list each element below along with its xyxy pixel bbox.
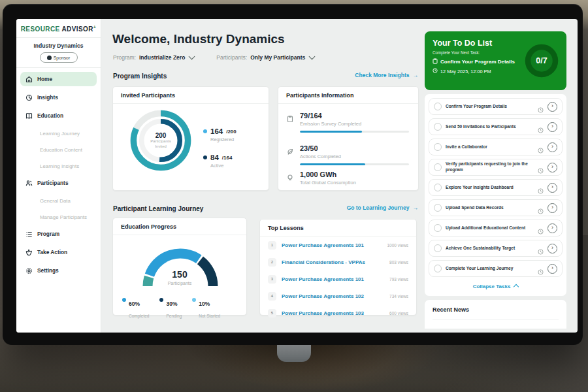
invited-participants-card: Invited Participants 200 Participants In…: [112, 86, 269, 191]
info-icon: [538, 246, 544, 252]
progress-track: [300, 163, 409, 165]
sidebar-item-learning-insights[interactable]: Learning Insights: [20, 160, 97, 172]
sidebar-item-take-action[interactable]: Take Action: [20, 245, 97, 259]
chevron-right-icon[interactable]: ›: [547, 264, 557, 274]
dashboard-screen: RESOURCE ADVISOR+ Industry Dynamics Spon…: [16, 19, 578, 333]
sidebar-item-settings[interactable]: Settings: [20, 263, 97, 278]
chevron-right-icon[interactable]: ›: [547, 122, 557, 132]
checkbox[interactable]: [434, 265, 442, 272]
gauge-center-label: 150 Participants: [113, 269, 246, 286]
checkbox[interactable]: [434, 224, 442, 232]
sidebar-item-program[interactable]: Program: [20, 227, 97, 241]
sidebar-item-general-data[interactable]: General Data: [20, 195, 97, 206]
sidebar-item-learning-journey[interactable]: Learning Journey: [20, 127, 97, 139]
logo-secondary: ADVISOR: [61, 25, 93, 33]
lesson-link[interactable]: Power Purchase Agreements 103: [282, 310, 384, 316]
todo-due-date: 12 May 2025, 12:00 PM: [440, 69, 491, 74]
chevron-up-icon: [514, 284, 519, 289]
checkbox[interactable]: [434, 244, 442, 252]
lesson-link[interactable]: Financial Considerations - VPPAs: [282, 259, 384, 265]
todo-item[interactable]: Upload Additional Educational Content ›: [429, 220, 563, 237]
progress-track: [300, 131, 409, 133]
todo-item-label: Upload Spend Data Records: [446, 205, 534, 211]
todo-item[interactable]: Complete Your Learning Journey ›: [429, 260, 563, 277]
checkbox[interactable]: [434, 123, 442, 131]
checkbox[interactable]: [434, 163, 442, 171]
rank-badge: 5: [268, 309, 276, 318]
sidebar-nav: Home Insights Education Learning Journey: [16, 72, 101, 278]
legend-dot: [122, 298, 126, 302]
legend-registered: 164/200 Registered: [203, 127, 237, 142]
sidebar-item-label: Manage Participants: [40, 214, 87, 220]
todo-header-card: Your To Do List Complete Your Next Task:…: [425, 31, 566, 90]
legend-value: 164: [210, 127, 223, 135]
sponsor-badge: Sponsor: [40, 52, 78, 63]
sidebar-item-education-content[interactable]: Education Content: [20, 144, 97, 155]
chevron-right-icon[interactable]: ›: [547, 223, 557, 233]
todo-item-label: Complete Your Learning Journey: [446, 266, 534, 272]
legend-total: /164: [222, 155, 233, 161]
views-label: views: [397, 277, 408, 282]
checkbox[interactable]: [434, 103, 442, 110]
legend-dot: [159, 298, 163, 302]
sidebar-item-label: Learning Journey: [40, 131, 80, 137]
card-title: Participants Information: [278, 87, 418, 104]
chevron-right-icon[interactable]: ›: [547, 183, 557, 193]
todo-progress-ring: 0/7: [523, 42, 561, 80]
legend-label: Completed: [129, 314, 149, 318]
todo-item[interactable]: Send 50 Invitations to Participants ›: [429, 118, 563, 135]
sidebar-item-manage-participants[interactable]: Manage Participants: [20, 211, 97, 223]
lesson-link[interactable]: Power Purchase Agreements 102: [282, 293, 384, 299]
collapse-tasks-button[interactable]: Collapse Tasks: [429, 280, 563, 292]
lesson-row: 4 Power Purchase Agreements 102 734 view…: [260, 287, 416, 304]
chevron-right-icon[interactable]: ›: [547, 102, 557, 112]
lesson-link[interactable]: Power Purchase Agreements 101: [282, 242, 382, 248]
chevron-right-icon[interactable]: ›: [547, 142, 557, 152]
metric-value: 23/50: [300, 144, 409, 152]
sidebar-item-home[interactable]: Home: [20, 72, 97, 86]
lesson-row: 5 Power Purchase Agreements 103 600 view…: [260, 304, 416, 321]
todo-item[interactable]: Verify participants requesting to join t…: [429, 159, 563, 176]
todo-item[interactable]: Confirm Your Program Details ›: [429, 98, 563, 115]
chevron-right-icon[interactable]: ›: [547, 203, 557, 213]
donut-center-label: 200 Participants Invited: [127, 106, 195, 174]
sidebar-item-label: Home: [37, 76, 52, 82]
education-icon: [25, 112, 33, 120]
views-label: views: [397, 294, 408, 299]
todo-item[interactable]: Upload Spend Data Records ›: [429, 199, 563, 216]
info-icon: [538, 104, 544, 110]
todo-item[interactable]: Invite a Collaborator ›: [429, 139, 563, 155]
legend-pct: 60%: [129, 301, 140, 307]
program-dropdown[interactable]: Program: Industrialize Zero: [113, 54, 194, 61]
actions-completed-row: 23/50 Actions Completed: [286, 144, 409, 165]
views-label: views: [397, 243, 408, 248]
participants-label: Participants:: [216, 54, 247, 61]
check-more-insights-link[interactable]: Check More Insights →: [355, 72, 418, 78]
chevron-right-icon[interactable]: ›: [547, 244, 557, 253]
sidebar-item-label: Education: [37, 112, 63, 119]
sidebar-item-education[interactable]: Education: [20, 108, 97, 123]
checkbox[interactable]: [434, 184, 442, 191]
chevron-right-icon[interactable]: ›: [547, 163, 557, 172]
lesson-row: 3 Power Purchase Agreements 101 793 view…: [260, 270, 416, 287]
sidebar-item-participants[interactable]: Participants: [20, 176, 97, 190]
program-icon: [25, 231, 33, 238]
divider: [433, 319, 559, 319]
go-to-learning-journey-link[interactable]: Go to Learning Journey →: [347, 204, 418, 211]
todo-item[interactable]: Explore Your Insights Dashboard ›: [429, 179, 563, 196]
lesson-link[interactable]: Power Purchase Agreements 101: [282, 276, 384, 282]
todo-item[interactable]: Achieve One Sustainability Target ›: [429, 240, 563, 257]
todo-item-label: Explore Your Insights Dashboard: [446, 185, 534, 191]
gauge-value: 150: [113, 269, 246, 280]
chevron-down-icon: [189, 54, 195, 60]
participants-dropdown[interactable]: Participants: Only My Participants: [216, 54, 314, 61]
views-count: 793: [389, 277, 397, 282]
sidebar-item-insights[interactable]: Insights: [20, 90, 97, 105]
donut-center-caption: Participants: [150, 139, 171, 144]
checkbox[interactable]: [434, 143, 442, 151]
metric-label: Total Global Consumption: [300, 180, 409, 186]
legend-label: Pending: [166, 314, 182, 318]
checkbox[interactable]: [434, 204, 442, 212]
gauge-legend: 60% Completed 30% Pending 10% Not Starte…: [122, 297, 242, 320]
info-icon: [538, 185, 544, 191]
